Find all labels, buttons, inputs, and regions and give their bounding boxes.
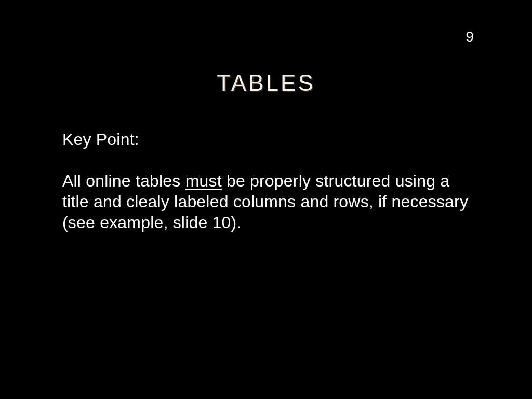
body-text: All online tables must be properly struc… bbox=[62, 170, 480, 233]
slide-title: TABLES bbox=[0, 70, 532, 96]
slide-content: Key Point: All online tables must be pro… bbox=[62, 129, 480, 233]
slide-number: 9 bbox=[466, 29, 474, 45]
key-point-label: Key Point: bbox=[62, 129, 480, 150]
body-underlined: must bbox=[185, 171, 222, 190]
body-prefix: All online tables bbox=[62, 171, 185, 190]
